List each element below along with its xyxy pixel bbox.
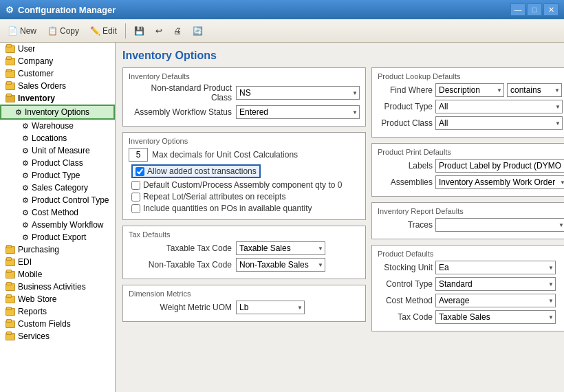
product-class-select[interactable]: All bbox=[435, 116, 563, 130]
default-custom-process-checkbox[interactable] bbox=[131, 181, 140, 190]
sidebar-item-sales-category[interactable]: ⚙ Sales Category bbox=[0, 182, 115, 194]
allow-added-cost-row: Allow added cost transactions bbox=[129, 164, 360, 178]
new-button[interactable]: 📄 New bbox=[3, 23, 41, 39]
max-decimals-input[interactable] bbox=[129, 148, 148, 162]
dimension-metrics-section: Dimension Metrics Weight Metric UOM Lb bbox=[122, 285, 366, 322]
minimize-button[interactable]: — bbox=[510, 3, 525, 16]
refresh-button[interactable]: 🔄 bbox=[188, 23, 208, 39]
window-controls: — □ ✕ bbox=[510, 3, 558, 16]
assembly-workflow-status-wrap: Entered bbox=[236, 105, 360, 119]
sidebar-item-sales-orders[interactable]: Sales Orders bbox=[0, 80, 115, 92]
sidebar-item-inventory[interactable]: Inventory bbox=[0, 92, 115, 105]
copy-button[interactable]: 📋 Copy bbox=[43, 23, 84, 39]
sidebar-item-unit-of-measure[interactable]: ⚙ Unit of Measure bbox=[0, 144, 115, 157]
new-icon: 📄 bbox=[8, 26, 18, 36]
folder-icon bbox=[6, 271, 15, 279]
weight-metric-uom-select[interactable]: Lb bbox=[236, 301, 305, 314]
assemblies-row: Assemblies Inventory Assembly Work Order bbox=[378, 175, 564, 189]
folder-icon bbox=[6, 58, 15, 65]
sidebar-label: Product Control Type bbox=[32, 195, 109, 205]
left-column: Inventory Defaults Non-standard Product … bbox=[122, 67, 366, 337]
save-button[interactable]: 💾 bbox=[129, 23, 149, 39]
sidebar-item-product-export[interactable]: ⚙ Product Export bbox=[0, 231, 115, 243]
sidebar-item-assembly-workflow[interactable]: ⚙ Assembly Workflow bbox=[0, 219, 115, 231]
back-button[interactable]: ↩ bbox=[151, 23, 167, 39]
non-taxable-tax-code-select[interactable]: Non-Taxable Sales bbox=[236, 258, 325, 272]
stocking-unit-wrap: Ea bbox=[435, 261, 556, 274]
cost-method-select[interactable]: Average bbox=[435, 294, 556, 307]
contains-wrap: contains bbox=[507, 83, 562, 97]
tax-code-label: Tax Code bbox=[378, 312, 433, 322]
sidebar-item-locations[interactable]: ⚙ Locations bbox=[0, 132, 115, 144]
assemblies-label: Assemblies bbox=[378, 177, 433, 187]
gear-icon: ⚙ bbox=[22, 208, 29, 217]
taxable-label: Taxable Tax Code bbox=[129, 243, 232, 253]
sidebar-item-inventory-options[interactable]: ⚙ Inventory Options bbox=[0, 105, 115, 120]
sidebar: User Company Customer Sales Orders Inven… bbox=[0, 43, 116, 392]
product-type-select[interactable]: All bbox=[435, 100, 563, 113]
sidebar-label: Business Activities bbox=[18, 282, 86, 292]
traces-select[interactable] bbox=[435, 218, 564, 232]
assembly-workflow-status-select[interactable]: Entered bbox=[236, 105, 360, 119]
back-icon: ↩ bbox=[155, 26, 162, 36]
sidebar-item-edi[interactable]: EDI bbox=[0, 256, 115, 268]
sidebar-item-business-activities[interactable]: Business Activities bbox=[0, 281, 115, 293]
close-button[interactable]: ✕ bbox=[543, 3, 558, 16]
include-quantities-checkbox[interactable] bbox=[131, 204, 140, 213]
sidebar-item-product-control-type[interactable]: ⚙ Product Control Type bbox=[0, 194, 115, 206]
repeat-lot-serial-checkbox[interactable] bbox=[131, 193, 140, 202]
taxable-tax-code-wrap: Taxable Sales bbox=[236, 241, 325, 255]
sidebar-item-warehouse[interactable]: ⚙ Warehouse bbox=[0, 120, 115, 132]
non-taxable-tax-code-wrap: Non-Taxable Sales bbox=[236, 258, 325, 272]
labels-select[interactable]: Product Label by Product (DYMO 30336) bbox=[435, 159, 564, 173]
allow-added-cost-checkbox[interactable] bbox=[135, 167, 144, 176]
control-type-select[interactable]: Standard bbox=[435, 277, 556, 291]
product-class-row: Product Class All bbox=[378, 116, 564, 130]
print-button[interactable]: 🖨 bbox=[169, 23, 186, 39]
edit-button[interactable]: ✏️ Edit bbox=[85, 23, 122, 39]
sidebar-item-reports[interactable]: Reports bbox=[0, 305, 115, 318]
sidebar-item-product-class[interactable]: ⚙ Product Class bbox=[0, 157, 115, 169]
sidebar-item-product-type[interactable]: ⚙ Product Type bbox=[0, 169, 115, 182]
max-decimals-label: Max decimals for Unit Cost Calculations bbox=[152, 150, 298, 160]
taxable-tax-code-select[interactable]: Taxable Sales bbox=[236, 241, 325, 255]
control-type-label: Control Type bbox=[378, 279, 433, 289]
default-custom-process-row: Default Custom/Process Assembly componen… bbox=[129, 180, 360, 190]
folder-icon bbox=[6, 333, 15, 340]
folder-icon bbox=[6, 83, 15, 90]
stocking-unit-label: Stocking Unit bbox=[378, 263, 433, 272]
page-title: Inventory Options bbox=[122, 50, 557, 62]
product-class-label: Product Class bbox=[378, 118, 433, 128]
folder-icon bbox=[6, 308, 15, 316]
gear-icon: ⚙ bbox=[15, 108, 22, 117]
sidebar-item-purchasing[interactable]: Purchasing bbox=[0, 243, 115, 256]
sidebar-item-company[interactable]: Company bbox=[0, 55, 115, 67]
sidebar-label: Sales Category bbox=[32, 183, 88, 193]
stocking-unit-select[interactable]: Ea bbox=[435, 261, 556, 274]
sidebar-label: Unit of Measure bbox=[32, 146, 90, 155]
sidebar-item-mobile[interactable]: Mobile bbox=[0, 268, 115, 281]
gear-icon: ⚙ bbox=[22, 171, 29, 180]
contains-select[interactable]: contains bbox=[507, 83, 562, 97]
tax-code-select[interactable]: Taxable Sales bbox=[435, 310, 556, 324]
sidebar-label: Product Type bbox=[32, 171, 80, 180]
sidebar-item-cost-method[interactable]: ⚙ Cost Method bbox=[0, 206, 115, 219]
sidebar-label: User bbox=[18, 44, 35, 54]
sidebar-item-web-store[interactable]: Web Store bbox=[0, 293, 115, 305]
assemblies-select[interactable]: Inventory Assembly Work Order bbox=[435, 175, 564, 189]
product-type-label: Product Type bbox=[378, 102, 433, 111]
non-taxable-row: Non-Taxable Tax Code Non-Taxable Sales bbox=[129, 258, 360, 272]
folder-icon bbox=[6, 45, 15, 53]
title-bar: ⚙ Configuration Manager — □ ✕ bbox=[0, 0, 564, 19]
find-where-select[interactable]: Description bbox=[435, 83, 504, 97]
find-where-row: Find Where Description contains bbox=[378, 83, 564, 97]
sidebar-item-user[interactable]: User bbox=[0, 43, 115, 55]
sidebar-item-services[interactable]: Services bbox=[0, 330, 115, 342]
maximize-button[interactable]: □ bbox=[527, 3, 542, 16]
tax-code-row: Tax Code Taxable Sales bbox=[378, 310, 564, 324]
section-title-tax: Tax Defaults bbox=[129, 230, 360, 239]
non-std-product-class-select[interactable]: NS bbox=[236, 86, 360, 100]
sidebar-label: Services bbox=[18, 331, 50, 341]
sidebar-item-custom-fields[interactable]: Custom Fields bbox=[0, 318, 115, 330]
sidebar-item-customer[interactable]: Customer bbox=[0, 67, 115, 80]
